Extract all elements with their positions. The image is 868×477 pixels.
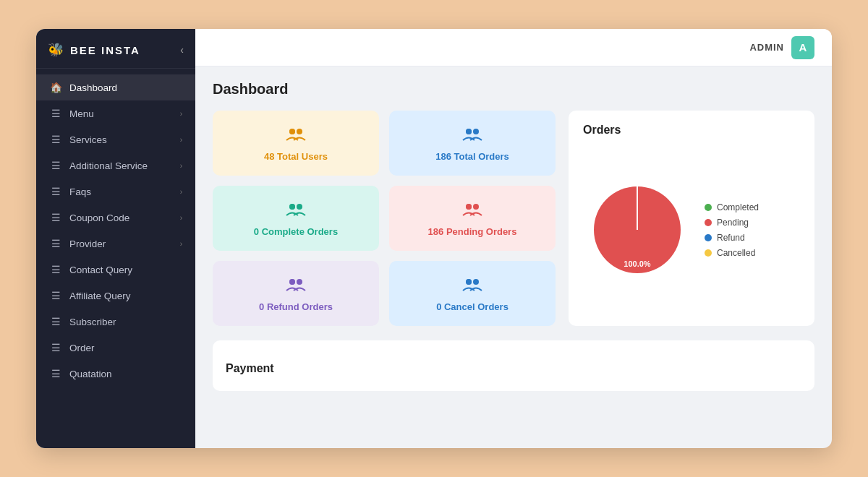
svg-point-16	[473, 279, 479, 285]
nav-item-left: 🏠 Dashboard	[49, 82, 117, 93]
sidebar-item-dashboard[interactable]: 🏠 Dashboard	[36, 74, 195, 100]
svg-point-11	[466, 204, 472, 210]
sidebar-item-services[interactable]: ☰ Services ›	[36, 126, 195, 152]
stat-label-refund-orders: 0 Refund Orders	[259, 301, 333, 312]
stat-label-pending-orders: 186 Pending Orders	[428, 226, 517, 237]
stat-card-total-users: 48 Total Users	[213, 111, 379, 176]
sidebar: 🐝 BEE INSTA ‹ 🏠 Dashboard ☰ Menu › ☰ Ser…	[36, 29, 195, 448]
nav-label-dashboard: Dashboard	[69, 82, 117, 93]
nav-icon-subscriber: ☰	[49, 316, 62, 327]
stat-card-cancel-orders: 0 Cancel Orders	[389, 261, 556, 326]
legend-label-cancelled: Cancelled	[717, 248, 755, 258]
legend-item-completed: Completed	[705, 202, 759, 212]
sidebar-item-faqs[interactable]: ☰ Faqs ›	[36, 179, 195, 205]
stat-icon-pending-orders	[462, 199, 482, 222]
nav-label-contact-query: Contact Query	[69, 265, 132, 275]
legend-dot-refund	[705, 234, 712, 241]
nav-item-left: ☰ Coupon Code	[49, 212, 129, 223]
main-content: Dashboard 48 Total Users	[195, 66, 832, 448]
sidebar-item-subscriber[interactable]: ☰ Subscriber	[36, 309, 195, 335]
nav-label-services: Services	[69, 134, 107, 145]
nav-label-order: Order	[69, 343, 95, 353]
nav-icon-menu: ☰	[49, 108, 62, 119]
svg-point-13	[297, 279, 302, 285]
nav-label-provider: Provider	[69, 239, 106, 249]
logo: 🐝 BEE INSTA	[48, 42, 140, 58]
pie-label: 100.0%	[624, 259, 650, 268]
svg-point-1	[297, 129, 302, 134]
stat-card-pending-orders: 186 Pending Orders	[389, 186, 556, 251]
nav-item-left: ☰ Menu	[49, 108, 94, 119]
legend-item-refund: Refund	[705, 233, 759, 243]
nav-item-left: ☰ Subscriber	[49, 316, 116, 327]
nav-item-left: ☰ Quatation	[49, 368, 112, 379]
svg-point-14	[289, 279, 295, 285]
legend-dot-cancelled	[705, 249, 712, 257]
sidebar-logo: 🐝 BEE INSTA ‹	[36, 29, 195, 69]
page-title: Dashboard	[213, 81, 814, 98]
nav-icon-dashboard: 🏠	[49, 82, 62, 93]
payment-section: Payment	[213, 340, 814, 391]
svg-point-17	[466, 279, 472, 285]
nav-item-left: ☰ Order	[49, 342, 95, 353]
stat-icon-total-orders	[462, 124, 482, 147]
stat-label-total-orders: 186 Total Orders	[435, 151, 509, 162]
nav-chevron-menu: ›	[180, 110, 182, 118]
nav-icon-coupon-code: ☰	[49, 212, 62, 223]
sidebar-collapse-button[interactable]: ‹	[180, 44, 184, 56]
topbar-avatar: A	[791, 36, 814, 59]
nav-icon-faqs: ☰	[49, 186, 62, 197]
nav-label-subscriber: Subscriber	[69, 317, 116, 327]
nav-item-left: ☰ Additional Service	[49, 160, 148, 171]
pie-chart: 100.0%	[583, 176, 692, 284]
stat-icon-cancel-orders	[462, 275, 482, 297]
nav-label-faqs: Faqs	[69, 186, 91, 197]
stat-card-refund-orders: 0 Refund Orders	[213, 261, 379, 326]
stat-icon-complete-orders	[286, 199, 306, 222]
app-window: 🐝 BEE INSTA ‹ 🏠 Dashboard ☰ Menu › ☰ Ser…	[36, 29, 832, 448]
nav-item-left: ☰ Faqs	[49, 186, 91, 197]
legend-label-completed: Completed	[717, 202, 759, 212]
stat-icon-refund-orders	[286, 275, 306, 297]
svg-point-8	[289, 204, 295, 210]
stat-icon-total-users	[286, 124, 306, 147]
nav-label-quatation: Quatation	[69, 369, 112, 379]
stat-label-total-users: 48 Total Users	[264, 151, 328, 162]
nav-item-left: ☰ Services	[49, 134, 107, 145]
nav-icon-order: ☰	[49, 342, 62, 353]
sidebar-item-quatation[interactable]: ☰ Quatation	[36, 361, 195, 387]
legend-item-pending: Pending	[705, 218, 759, 228]
legend-dot-pending	[705, 219, 712, 226]
stat-card-total-orders: 186 Total Orders	[389, 111, 556, 176]
nav-label-additional-service: Additional Service	[69, 160, 148, 171]
nav-label-menu: Menu	[69, 108, 94, 119]
nav-icon-quatation: ☰	[49, 368, 62, 379]
logo-icon: 🐝	[48, 42, 65, 58]
stats-grid: 48 Total Users 186 Total Orders 0 Comple…	[213, 111, 556, 326]
nav-item-left: ☰ Affiliate Query	[49, 290, 131, 301]
nav-item-left: ☰ Contact Query	[49, 264, 132, 275]
sidebar-nav: 🏠 Dashboard ☰ Menu › ☰ Services › ☰ Addi…	[36, 69, 195, 448]
legend-dot-completed	[705, 204, 712, 211]
sidebar-item-provider[interactable]: ☰ Provider ›	[36, 231, 195, 257]
svg-point-2	[289, 129, 295, 134]
svg-point-5	[466, 129, 472, 134]
nav-label-affiliate-query: Affiliate Query	[69, 291, 131, 301]
sidebar-item-contact-query[interactable]: ☰ Contact Query	[36, 257, 195, 283]
nav-chevron-faqs: ›	[180, 188, 182, 196]
sidebar-item-additional-service[interactable]: ☰ Additional Service ›	[36, 152, 195, 179]
sidebar-item-affiliate-query[interactable]: ☰ Affiliate Query	[36, 283, 195, 309]
nav-icon-provider: ☰	[49, 238, 62, 249]
payment-title: Payment	[226, 352, 801, 379]
topbar: ADMIN A	[195, 29, 832, 66]
topbar-username: ADMIN	[749, 42, 784, 53]
svg-point-4	[473, 129, 479, 134]
sidebar-item-coupon-code[interactable]: ☰ Coupon Code ›	[36, 205, 195, 231]
legend-label-refund: Refund	[717, 233, 745, 243]
nav-icon-affiliate-query: ☰	[49, 290, 62, 301]
stat-card-complete-orders: 0 Complete Orders	[213, 186, 379, 251]
orders-panel: Orders 100.0%	[569, 111, 814, 326]
sidebar-item-order[interactable]: ☰ Order	[36, 335, 195, 361]
nav-chevron-additional-service: ›	[180, 162, 182, 170]
sidebar-item-menu[interactable]: ☰ Menu ›	[36, 100, 195, 126]
